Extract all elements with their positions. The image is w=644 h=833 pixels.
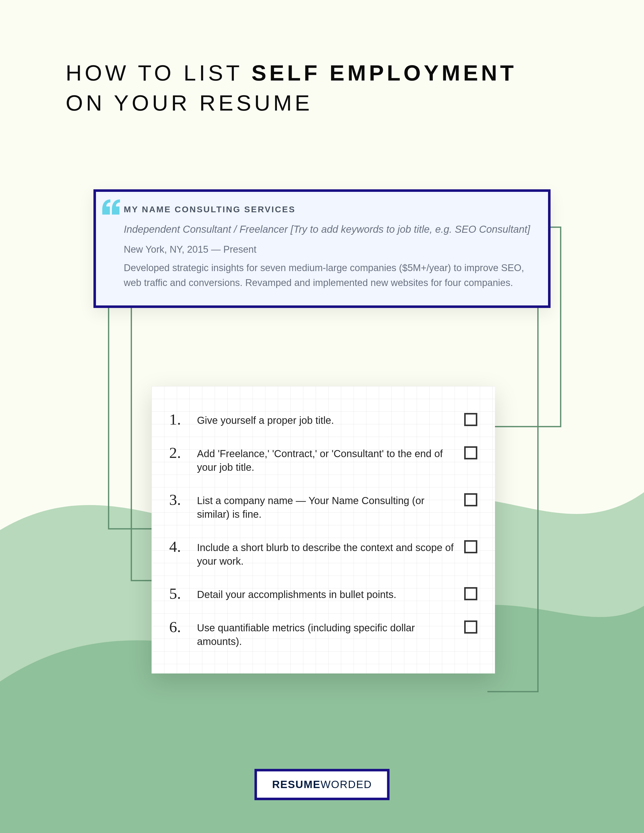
resume-worded-logo: RESUMEWORDED — [254, 769, 390, 800]
logo-resume: RESUME — [272, 778, 320, 790]
title-post: ON YOUR RESUME — [66, 90, 313, 115]
resume-example-card: MY NAME CONSULTING SERVICES Independent … — [93, 189, 551, 308]
tip-row: 2. Add 'Freelance,' 'Contract,' or 'Cons… — [169, 445, 477, 474]
tip-row: 5. Detail your accomplishments in bullet… — [169, 585, 477, 601]
tip-text: Include a short blurb to describe the co… — [197, 539, 457, 568]
tip-number: 5. — [169, 585, 189, 601]
tip-row: 3. List a company name — Your Name Consu… — [169, 492, 477, 521]
page-title: HOW TO LIST SELF EMPLOYMENT ON YOUR RESU… — [66, 58, 578, 118]
tip-row: 4. Include a short blurb to describe the… — [169, 539, 477, 568]
checklist-card: 1. Give yourself a proper job title. 2. … — [151, 386, 495, 674]
quote-icon — [102, 199, 120, 215]
tip-text: Add 'Freelance,' 'Contract,' or 'Consult… — [197, 445, 457, 474]
checkbox-icon — [464, 413, 477, 426]
tip-text: Give yourself a proper job title. — [197, 412, 457, 427]
tip-row: 6. Use quantifiable metrics (including s… — [169, 619, 477, 648]
example-meta: New York, NY, 2015 — Present — [124, 244, 530, 255]
tip-row: 1. Give yourself a proper job title. — [169, 412, 477, 427]
checkbox-icon — [464, 493, 477, 507]
checkbox-icon — [464, 621, 477, 634]
example-company: MY NAME CONSULTING SERVICES — [124, 204, 530, 214]
tip-text: Use quantifiable metrics (including spec… — [197, 619, 457, 648]
example-jobtitle: Independent Consultant / Freelancer [Try… — [124, 221, 530, 237]
tip-text: List a company name — Your Name Consulti… — [197, 492, 457, 521]
tip-number: 1. — [169, 412, 189, 427]
checkbox-icon — [464, 540, 477, 553]
tip-number: 3. — [169, 492, 189, 507]
tip-text: Detail your accomplishments in bullet po… — [197, 585, 457, 601]
tip-number: 2. — [169, 445, 189, 460]
logo-worded: WORDED — [320, 778, 372, 790]
tip-number: 4. — [169, 539, 189, 554]
tip-number: 6. — [169, 619, 189, 635]
checkbox-icon — [464, 446, 477, 460]
checkbox-icon — [464, 587, 477, 600]
example-description: Developed strategic insights for seven m… — [124, 261, 530, 290]
title-bold: SELF EMPLOYMENT — [251, 60, 517, 85]
title-pre: HOW TO LIST — [66, 60, 251, 85]
